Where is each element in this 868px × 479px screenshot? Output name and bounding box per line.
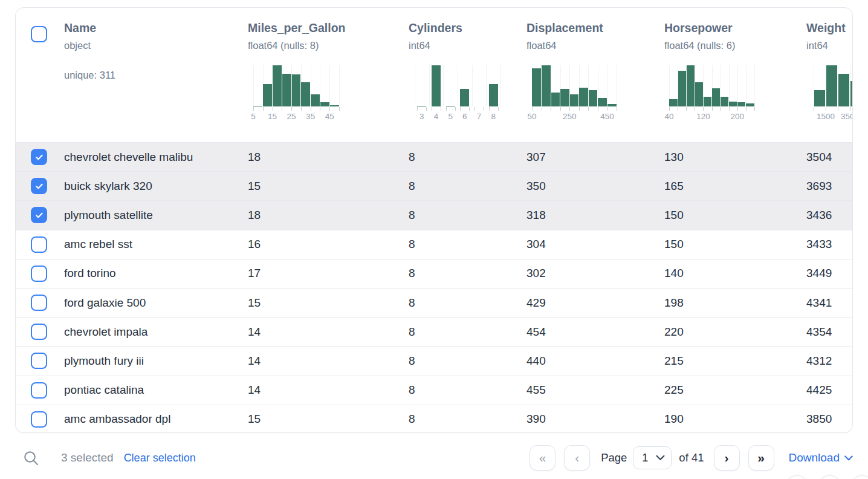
hist-bar	[263, 84, 272, 106]
row-check-cell	[16, 382, 64, 399]
hist-gridline	[429, 65, 430, 106]
row-check-cell	[16, 149, 64, 165]
cell-horsepower: 215	[664, 354, 806, 368]
hist-bar	[460, 89, 469, 106]
cell-cylinders: 8	[409, 151, 526, 164]
row-checkbox[interactable]	[31, 236, 47, 253]
histogram-weight: 40120200	[669, 65, 754, 122]
cell-name: chevrolet chevelle malibu	[64, 151, 248, 164]
cell-horsepower: 140	[664, 267, 806, 280]
cell-miles-per-gallon: 14	[248, 354, 409, 368]
hist-bar	[850, 81, 853, 106]
table-row[interactable]: plymouth fury iii1484402154312	[16, 346, 852, 375]
hist-tick-label: 7	[477, 112, 482, 121]
partial-floating-button[interactable]	[851, 475, 868, 479]
partial-floating-button[interactable]	[818, 475, 841, 479]
partial-floating-button[interactable]	[786, 475, 808, 479]
row-checkbox[interactable]	[31, 324, 47, 340]
page-select[interactable]: 1	[633, 446, 672, 469]
hist-bar	[678, 71, 686, 106]
hist-gridline	[253, 65, 254, 106]
row-checkbox[interactable]	[31, 149, 47, 165]
row-checkbox[interactable]	[31, 382, 47, 399]
row-checkbox[interactable]	[31, 178, 47, 194]
row-check-cell	[16, 266, 64, 282]
chevron-down-icon	[656, 455, 665, 461]
table-row[interactable]: plymouth satellite1883181503436	[16, 200, 852, 229]
search-icon[interactable]	[23, 450, 39, 466]
cell-weight: 3449	[806, 267, 853, 280]
cell-name: chevrolet impala	[64, 325, 248, 339]
hist-tick	[339, 107, 340, 111]
hist-tick-label: 3500	[841, 112, 853, 121]
hist-tick-label: 5	[448, 112, 453, 121]
cell-displacement: 302	[526, 267, 664, 280]
hist-bar	[695, 82, 703, 106]
hist-gridline	[737, 65, 738, 106]
row-checkbox[interactable]	[31, 353, 47, 369]
cell-displacement: 318	[526, 209, 664, 222]
cell-weight: 3433	[806, 238, 853, 251]
last-page-button[interactable]: »	[748, 445, 774, 471]
hist-tick-label: 120	[696, 112, 710, 121]
table-row[interactable]: ford galaxie 5001584291984341	[16, 288, 852, 317]
next-page-button[interactable]: ›	[714, 445, 740, 471]
cell-displacement: 350	[526, 180, 664, 193]
table-row[interactable]: buick skylark 3201583501653693	[16, 171, 852, 200]
row-check-cell	[16, 324, 64, 340]
row-checkbox[interactable]	[31, 295, 47, 311]
cell-weight: 3850	[806, 412, 853, 426]
row-checkbox[interactable]	[31, 411, 47, 428]
hist-tick-label: 3	[419, 112, 424, 121]
hist-bar	[712, 88, 720, 106]
cell-cylinders: 8	[409, 180, 526, 193]
cell-weight: 3693	[806, 180, 853, 193]
column-dtype: float64	[526, 39, 664, 52]
column-dtype: int64	[409, 39, 526, 52]
histogram-weight: 15003500	[814, 65, 853, 122]
table-body: chevrolet chevelle malibu1883071303504bu…	[16, 142, 852, 433]
cell-cylinders: 8	[409, 325, 526, 339]
hist-tick	[754, 107, 755, 111]
column-header-horsepower[interactable]: Horsepower float64 (nulls: 6) 40120200	[664, 21, 806, 142]
hist-bar	[560, 89, 569, 106]
column-header-cylinders[interactable]: Cylinders int64 345678	[409, 21, 526, 142]
cell-cylinders: 8	[409, 238, 526, 251]
row-check-cell	[16, 411, 64, 428]
row-checkbox[interactable]	[31, 266, 47, 282]
column-title: Horsepower	[664, 21, 806, 35]
hist-tick-label: 35	[306, 112, 315, 121]
column-header-weight[interactable]: Weight int64 15003500	[806, 21, 853, 142]
hist-bar	[669, 99, 677, 106]
column-header-miles-per-gallon[interactable]: Miles_per_Gallon float64 (nulls: 8) 5152…	[248, 21, 409, 142]
cell-miles-per-gallon: 14	[248, 325, 409, 339]
cell-weight: 3504	[806, 151, 853, 164]
table-row[interactable]: ford torino1783021403449	[16, 259, 852, 288]
clear-selection-link[interactable]: Clear selection	[124, 452, 196, 464]
row-checkbox[interactable]	[31, 207, 47, 223]
hist-gridline	[746, 65, 747, 106]
column-title: Cylinders	[409, 21, 526, 35]
download-button[interactable]: Download	[789, 451, 853, 464]
prev-page-button[interactable]: ‹	[564, 445, 590, 471]
column-header-displacement[interactable]: Displacement float64 50250450	[526, 21, 664, 142]
hist-bar	[598, 98, 607, 106]
column-unique-count: unique: 311	[64, 68, 248, 82]
table-row[interactable]: amc ambassador dpl1583901903850	[16, 405, 852, 433]
table-row[interactable]: amc rebel sst1683041503433	[16, 230, 852, 259]
table-row[interactable]: chevrolet chevelle malibu1883071303504	[16, 142, 852, 171]
select-all-checkbox[interactable]	[31, 26, 47, 42]
hist-gridline	[339, 65, 340, 106]
cell-name: amc rebel sst	[64, 238, 248, 251]
table-row[interactable]: pontiac catalina1484552254425	[16, 376, 852, 405]
table-header: Name object unique: 311 Miles_per_Gallon…	[16, 8, 852, 142]
cell-name: amc ambassador dpl	[64, 412, 248, 426]
row-check-cell	[16, 207, 64, 223]
hist-bar	[282, 74, 291, 106]
first-page-button[interactable]: «	[530, 445, 555, 471]
column-dtype: object	[64, 39, 248, 52]
hist-gridline	[472, 65, 473, 106]
table-row[interactable]: chevrolet impala1484542204354	[16, 317, 852, 346]
column-header-name[interactable]: Name object unique: 311	[64, 21, 248, 142]
cell-cylinders: 8	[409, 209, 526, 222]
